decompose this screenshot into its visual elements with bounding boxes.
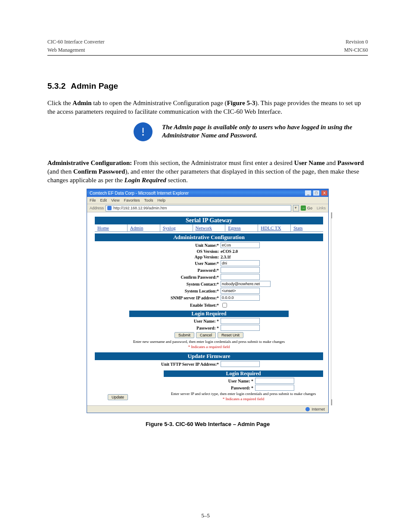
submit-button[interactable]: Submit xyxy=(174,332,194,338)
band-admin-config: Administrative Configuration xyxy=(95,233,323,241)
close-button[interactable]: X xyxy=(321,190,327,196)
app-version-label: App Version: xyxy=(133,255,219,259)
section-title: Admin Page xyxy=(71,81,118,91)
enable-telnet-checkbox[interactable] xyxy=(222,303,227,308)
banner-title: Serial IP Gateway xyxy=(95,217,323,224)
links-label[interactable]: Links xyxy=(317,206,326,210)
address-input[interactable]: http://192.168.12.99/admin.htm xyxy=(106,205,291,212)
menu-tools[interactable]: Tools xyxy=(144,198,153,202)
reset-unit-button[interactable]: Reset Unit xyxy=(218,332,243,338)
tftp-ip-label: Unit TFTP Server IP Address:* xyxy=(133,362,219,367)
ie-icon xyxy=(107,206,112,210)
menu-file[interactable]: File xyxy=(90,198,96,202)
tab-admin[interactable]: Admin xyxy=(128,224,160,231)
login-user-label-2: User Name: * xyxy=(167,379,253,383)
tab-egress[interactable]: Egress xyxy=(225,224,258,231)
user-name-label: User Name:* xyxy=(133,261,219,266)
password-label: Password:* xyxy=(133,268,219,273)
cancel-button[interactable]: Cancel xyxy=(196,332,216,338)
os-version-label: OS Version: xyxy=(133,249,219,254)
login-user-label-1: User Name: * xyxy=(133,319,219,324)
header-left2: Web Management xyxy=(47,47,85,53)
menu-view[interactable]: View xyxy=(111,198,119,202)
instr-required-1: * Indicates a required field xyxy=(95,345,323,349)
instr-required-2: * Indicates a required field xyxy=(164,397,323,401)
system-contact-label: System Contact:* xyxy=(133,282,219,286)
menu-favorites[interactable]: Favorites xyxy=(124,198,140,202)
header-right2: MN-CIC60 xyxy=(344,47,368,53)
unit-name-input[interactable] xyxy=(221,242,260,248)
menubar[interactable]: File Edit View Favorites Tools Help xyxy=(87,197,328,204)
tab-bar: Home Admin Syslog Network Egress HDLC TX… xyxy=(95,224,323,232)
screenshot-window: Comtech EF Data Corp - Microsoft Interne… xyxy=(87,189,329,413)
system-location-input[interactable] xyxy=(221,288,260,294)
update-button[interactable]: Update xyxy=(108,394,128,400)
tab-syslog[interactable]: Syslog xyxy=(160,224,193,231)
unit-name-label: Unit Name:* xyxy=(133,243,219,248)
band-update-firmware: Update Firmware xyxy=(95,352,323,360)
window-titlebar: Comtech EF Data Corp - Microsoft Interne… xyxy=(87,189,328,197)
login-pass-label-1: Password: * xyxy=(133,326,219,330)
internet-zone-label: Internet xyxy=(311,407,325,411)
section-number: 5.3.2 xyxy=(47,81,65,91)
address-dropdown-icon[interactable]: ▾ xyxy=(293,205,299,212)
band-login-required-1: Login Required xyxy=(129,311,289,317)
minimize-button[interactable]: _ xyxy=(305,190,311,196)
callout-text: The Admin page is available only to user… xyxy=(162,123,368,140)
window-title: Comtech EF Data Corp - Microsoft Interne… xyxy=(90,191,189,196)
tftp-ip-input[interactable] xyxy=(221,361,260,367)
tab-network[interactable]: Network xyxy=(193,224,226,231)
system-contact-input[interactable] xyxy=(221,281,271,287)
svg-point-0 xyxy=(142,134,144,136)
password-input[interactable] xyxy=(221,267,260,273)
app-version-value: 2.3.1f xyxy=(221,255,285,259)
enable-telnet-label: Enable Telnet:* xyxy=(133,303,219,308)
system-location-label: System Location:* xyxy=(133,289,219,293)
confirm-password-label: Confirm Password:* xyxy=(133,275,219,280)
page-number: 5–5 xyxy=(0,512,411,519)
tab-stats[interactable]: Stats xyxy=(291,224,323,231)
tab-hdlc-tx[interactable]: HDLC TX xyxy=(258,224,291,231)
menu-help[interactable]: Help xyxy=(157,198,165,202)
instr-1: Enter new username and password, then en… xyxy=(95,339,323,344)
snmp-ip-input[interactable] xyxy=(221,295,260,301)
statusbar: Internet xyxy=(87,405,328,413)
paragraph-1: Click the Admin tab to open the Administ… xyxy=(47,99,368,116)
login-user-input-2[interactable] xyxy=(255,378,294,384)
header-left: CIC-60 Interface Converter xyxy=(47,39,105,45)
go-button[interactable]: →Go xyxy=(301,205,312,211)
address-label: Address xyxy=(90,206,104,210)
scrollbar[interactable] xyxy=(331,212,331,405)
paragraph-2: Administrative Configuration: From this … xyxy=(47,159,368,185)
header-right: Revision 0 xyxy=(346,39,368,45)
snmp-ip-label: SNMP server IP address:* xyxy=(133,296,219,300)
internet-zone-icon xyxy=(305,407,310,411)
maximize-button[interactable]: □ xyxy=(313,190,319,196)
instr-2: Enter server IP and select type, then en… xyxy=(164,392,323,396)
user-name-input[interactable] xyxy=(221,260,260,266)
login-user-input-1[interactable] xyxy=(221,318,260,324)
os-version-value: eCOS 2.0 xyxy=(221,249,285,254)
figure-caption: Figure 5-3. CIC-60 Web Interface – Admin… xyxy=(47,421,368,427)
login-pass-label-2: Password: * xyxy=(167,386,253,390)
important-icon xyxy=(134,122,153,141)
login-pass-input-2[interactable] xyxy=(255,385,294,391)
login-pass-input-1[interactable] xyxy=(221,325,260,331)
tab-home[interactable]: Home xyxy=(95,224,128,231)
menu-edit[interactable]: Edit xyxy=(100,198,107,202)
confirm-password-input[interactable] xyxy=(221,274,260,280)
band-login-required-2: Login Required xyxy=(164,370,323,377)
